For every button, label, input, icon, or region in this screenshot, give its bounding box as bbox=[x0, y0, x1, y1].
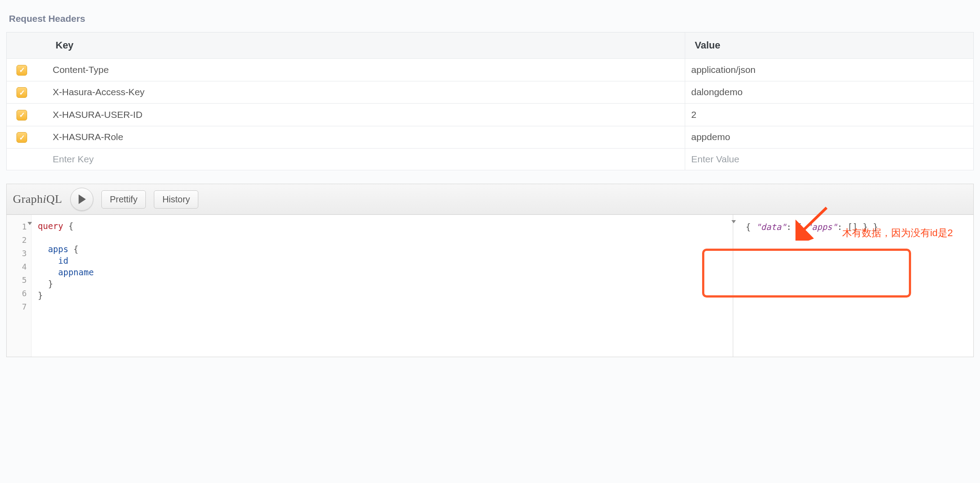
checkbox-icon[interactable]: ✓ bbox=[16, 65, 27, 76]
execute-button[interactable] bbox=[70, 188, 93, 211]
checkbox-icon[interactable]: ✓ bbox=[16, 132, 27, 143]
fold-marker-icon[interactable] bbox=[28, 222, 32, 225]
checkbox-icon[interactable]: ✓ bbox=[16, 110, 27, 121]
line-gutter: 1 2 3 4 5 6 7 bbox=[7, 215, 32, 357]
table-row-new bbox=[7, 149, 974, 170]
editors-container: 1 2 3 4 5 6 7 query { apps { id appname … bbox=[6, 215, 974, 357]
annotation-highlight-box bbox=[702, 249, 911, 298]
fold-marker-icon[interactable] bbox=[731, 220, 736, 223]
graphiql-logo: GraphiQL bbox=[13, 193, 62, 206]
table-row: ✓ X-HASURA-Role appdemo bbox=[7, 126, 974, 149]
header-key-cell[interactable]: X-HASURA-USER-ID bbox=[47, 104, 685, 126]
query-editor[interactable]: 1 2 3 4 5 6 7 query { apps { id appname … bbox=[7, 215, 733, 357]
header-value-cell[interactable]: 2 bbox=[685, 104, 974, 126]
headers-table: Key Value ✓ Content-Type application/jso… bbox=[6, 32, 974, 170]
new-key-input[interactable] bbox=[53, 154, 679, 165]
graphiql-toolbar: GraphiQL Prettify History bbox=[6, 184, 974, 215]
play-icon bbox=[78, 194, 86, 204]
column-header-key: Key bbox=[7, 32, 685, 59]
new-value-input[interactable] bbox=[691, 154, 968, 165]
header-value-cell[interactable]: dalongdemo bbox=[685, 81, 974, 104]
header-key-cell[interactable]: Content-Type bbox=[47, 59, 685, 81]
table-row: ✓ X-HASURA-USER-ID 2 bbox=[7, 104, 974, 126]
query-code[interactable]: query { apps { id appname } } bbox=[32, 215, 100, 357]
section-title: Request Headers bbox=[0, 8, 980, 32]
header-value-cell[interactable]: appdemo bbox=[685, 126, 974, 149]
prettify-button[interactable]: Prettify bbox=[101, 190, 146, 209]
table-row: ✓ Content-Type application/json bbox=[7, 59, 974, 81]
checkbox-icon[interactable]: ✓ bbox=[16, 87, 27, 98]
result-pane: { "data": { "apps": [] } } bbox=[733, 215, 973, 357]
header-key-cell[interactable]: X-HASURA-Role bbox=[47, 126, 685, 149]
column-header-value: Value bbox=[685, 32, 974, 59]
header-value-cell[interactable]: application/json bbox=[685, 59, 974, 81]
table-row: ✓ X-Hasura-Access-Key dalongdemo bbox=[7, 81, 974, 104]
header-key-cell[interactable]: X-Hasura-Access-Key bbox=[47, 81, 685, 104]
result-code: { "data": { "apps": [] } } bbox=[736, 219, 971, 234]
history-button[interactable]: History bbox=[154, 190, 198, 209]
